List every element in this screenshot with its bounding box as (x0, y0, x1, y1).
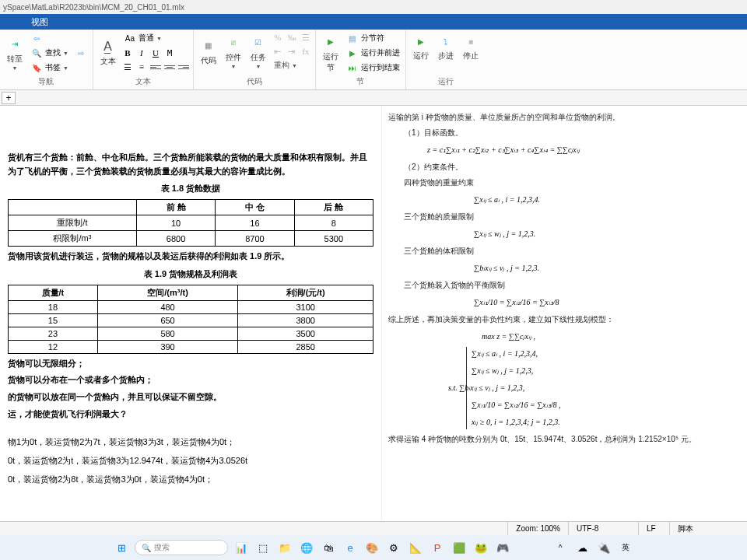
title-bar: ySpace\MatLab\R2023b\bin\MCM_20_CH01_01.… (0, 0, 747, 14)
explorer-icon[interactable]: 📁 (276, 539, 293, 556)
ime-indicator[interactable]: 英 (617, 539, 634, 556)
refactor-icon-3: ☰ (300, 31, 312, 44)
math-text: 四种货物的重量约束 (404, 176, 741, 190)
table-row: 前 舱中 仓后 舱 (9, 200, 374, 215)
status-bar: Zoom: 100% UTF-8 LF 脚本 (0, 521, 747, 535)
table-row: 质量/t空间/(m³/t)利润/(元/t) (9, 285, 374, 300)
search-icon: 🔍 (30, 47, 43, 59)
task-icon: ☑ (250, 34, 267, 51)
step-button[interactable]: ⤵步进 (434, 31, 458, 63)
start-button[interactable]: ⊞ (113, 539, 130, 556)
find-button[interactable]: 🔍查找▼ (28, 46, 71, 60)
goto-button[interactable]: ⇥ 转至 ▼ (3, 34, 26, 72)
equation: ∑xᵢ₁/10 = ∑xᵢ₂/16 = ∑xᵢ₃/8 (474, 296, 741, 310)
chevron-down-icon: ▼ (12, 65, 18, 71)
app-icon[interactable]: ⚙ (385, 539, 402, 556)
run-group: ▶运行 ⤵步进 ■停止 运行 (406, 30, 486, 89)
run-button[interactable]: ▶运行 (409, 31, 433, 63)
run-to-end-button[interactable]: ⏭运行到结束 (344, 61, 402, 75)
code-icon: ▦ (200, 37, 217, 54)
tray-icon[interactable]: 🔌 (595, 539, 612, 556)
paragraph: 货物可以分布在一个或者多个货舱内； (8, 373, 374, 387)
equation: xᵢⱼ ≥ 0, i = 1,2,3,4; j = 1,2,3. (472, 415, 741, 429)
equation: max z = ∑∑cⱼxᵢⱼ , (482, 330, 741, 344)
taskbar-search[interactable]: 🔍 搜索 (135, 540, 228, 555)
store-icon[interactable]: 🛍 (320, 539, 337, 556)
refactor-icon-6: fx (300, 45, 312, 58)
search-icon: 🔍 (142, 544, 151, 552)
run-section-button[interactable]: ▶运行 节 (319, 32, 342, 75)
mono-button[interactable]: M (163, 47, 176, 59)
view-menu[interactable]: 视图 (31, 16, 48, 28)
refactor-icon-5: ⇥ (286, 45, 298, 58)
table-title: 表 1.9 货物规格及利润表 (8, 268, 374, 280)
play-icon: ▶ (412, 33, 430, 50)
tray-chevron-icon[interactable]: ^ (552, 539, 569, 556)
align-center-button[interactable] (163, 61, 176, 73)
align-right-button[interactable] (177, 61, 190, 73)
align-left-button[interactable] (149, 61, 162, 73)
table-row: 积限制/m³680087005300 (9, 231, 374, 247)
edge-icon[interactable]: 🌐 (298, 539, 315, 556)
mode-status[interactable]: 脚本 (669, 522, 747, 535)
control-icon: ⎚ (225, 34, 242, 51)
section-break-button[interactable]: ▤分节符 (344, 31, 402, 45)
control-button[interactable]: ⎚控件▼ (222, 33, 245, 71)
code-group: ▦代码 ⎚控件▼ ☑任务▼ %‰☰ ⇤⇥fx 重构▼ 代码 (194, 30, 316, 89)
paragraph-icon: Aa (124, 32, 136, 44)
forward-button[interactable]: ⇨ (72, 46, 89, 60)
powerpoint-icon[interactable]: P (429, 539, 446, 556)
task-view-icon[interactable]: ⬚ (254, 539, 272, 556)
stop-icon: ■ (462, 33, 479, 50)
arrow-right-icon: ⇨ (75, 47, 87, 59)
style-normal-dropdown[interactable]: Aa普通▼ (121, 31, 190, 45)
number-list-button[interactable]: ≡ (135, 61, 148, 73)
app-icon[interactable]: 🟩 (451, 539, 468, 556)
table-row: 235803500 (9, 327, 374, 340)
task-button[interactable]: ☑任务▼ (247, 33, 270, 71)
math-pane[interactable]: 运输的第 i 种货物的质量、单位质量所占的空间和单位货物的利润。 （1）目标函数… (381, 106, 747, 529)
text-icon: A̲ (100, 38, 117, 55)
matlab-icon[interactable]: 📐 (407, 539, 424, 556)
back-button[interactable]: ⇦ (28, 31, 71, 45)
tray-icon[interactable]: ☁ (573, 539, 591, 556)
encoding-status[interactable]: UTF-8 (568, 522, 638, 535)
run-advance-button[interactable]: ▶运行并前进 (344, 46, 402, 60)
italic-button[interactable]: I (135, 47, 148, 59)
bookmark-button[interactable]: 🔖书签▼ (28, 61, 71, 75)
equation: ∑bᵢxᵢⱼ ≤ vⱼ , j = 1,2,3. (474, 261, 741, 275)
menu-bar: 视图 (0, 14, 747, 30)
run-to-end-icon: ⏭ (346, 61, 359, 74)
tab-strip: + (0, 90, 747, 106)
cargo-spec-table: 质量/t空间/(m³/t)利润/(元/t) 184803100 15650380… (8, 285, 374, 354)
math-text: 求得运输 4 种货物的吨数分别为 0t、15t、15.9474t、3.0526t… (388, 432, 741, 446)
stop-button[interactable]: ■停止 (459, 31, 482, 63)
paragraph: 货物用该货机进行装运，货物的规格以及装运后获得的利润如表 1.9 所示。 (8, 250, 374, 264)
document-pane[interactable]: 货机有三个货舱：前舱、中仓和后舱。三个货舱所能装载的货物的最大质量和体积有限制。… (0, 106, 381, 529)
math-text: （2）约束条件。 (404, 160, 741, 174)
refactor-button[interactable]: 重构▼ (272, 59, 312, 72)
bullet-list-button[interactable]: ☰ (121, 61, 134, 73)
paragraph: 货物可以无限细分； (8, 357, 374, 371)
goto-icon: ⇥ (6, 36, 23, 53)
app-icon[interactable]: 🎨 (363, 539, 381, 556)
eol-status[interactable]: LF (638, 522, 669, 535)
ie-icon[interactable]: e (342, 539, 359, 556)
app-icon[interactable]: 🐸 (472, 539, 489, 556)
file-path: ySpace\MatLab\R2023b\bin\MCM_20_CH01_01.… (3, 3, 184, 12)
equation: ∑xᵢ₁/10 = ∑xᵢ₂/16 = ∑xᵢ₃/8 , (472, 398, 741, 412)
bookmark-icon: 🔖 (30, 61, 43, 74)
app-icon[interactable]: 🎮 (494, 539, 511, 556)
add-tab-button[interactable]: + (2, 92, 16, 104)
math-text: 三个货舱的体积限制 (404, 244, 741, 258)
app-icon[interactable]: 📊 (233, 539, 250, 556)
underline-button[interactable]: U (149, 47, 162, 59)
equation: z = c₁∑xᵢ₁ + c₂∑xᵢ₂ + c₃∑xᵢ₃ + c₄∑xᵢ₄ = … (427, 143, 741, 157)
text-button[interactable]: A̲ 文本 (96, 37, 120, 68)
editor-content: 货机有三个货舱：前舱、中仓和后舱。三个货舱所能装载的货物的最大质量和体积有限制。… (0, 106, 747, 529)
bold-button[interactable]: B (121, 47, 134, 59)
math-text: 三个货舱的质量限制 (404, 210, 741, 224)
zoom-status[interactable]: Zoom: 100% (507, 522, 568, 535)
cargo-hold-table: 前 舱中 仓后 舱 重限制/t10168 积限制/m³680087005300 (8, 199, 374, 247)
code-button[interactable]: ▦代码 (197, 36, 220, 68)
